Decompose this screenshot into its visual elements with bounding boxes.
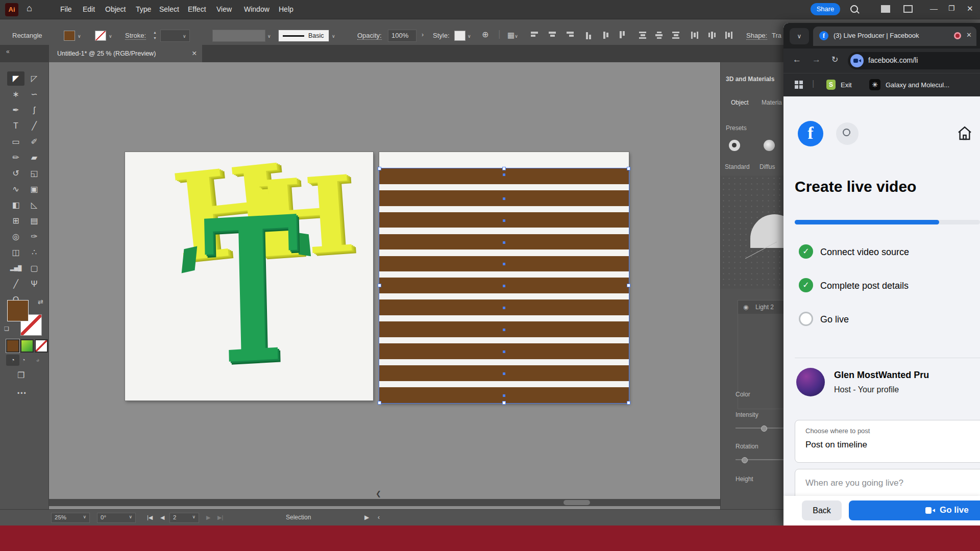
symbol-sprayer-tool[interactable]: ∴ (26, 245, 43, 260)
document-setup-icon[interactable]: ▦∨ (507, 31, 518, 40)
eyedropper-tool[interactable]: ✑ (26, 230, 43, 244)
apps-grid-icon[interactable] (795, 81, 803, 89)
opacity-more-icon[interactable]: › (422, 31, 424, 38)
color-mode-icon[interactable] (6, 339, 19, 353)
tab-search-chevron-icon[interactable]: ∨ (790, 28, 809, 44)
more-tools-icon[interactable]: ••• (17, 390, 27, 397)
distribute-vertical-icon[interactable] (639, 32, 647, 39)
preview-3d-area[interactable] (721, 176, 785, 289)
curvature-tool[interactable]: ʃ (26, 103, 43, 117)
panels-icon[interactable] (903, 5, 913, 13)
selection-handle-right-mid[interactable] (627, 284, 630, 287)
default-fill-stroke-icon[interactable]: ❏ (4, 325, 9, 332)
distribute-bottom-icon[interactable] (672, 32, 680, 39)
scale-tool[interactable]: ◱ (26, 166, 43, 181)
pencil-tool[interactable]: ✏ (7, 151, 24, 165)
anchor-point[interactable] (503, 285, 505, 287)
workspace-icon[interactable] (881, 5, 890, 13)
menu-help[interactable]: Help (279, 5, 293, 13)
menu-edit[interactable]: Edit (83, 5, 95, 13)
maximize-button[interactable]: ❐ (948, 4, 955, 12)
next-artboard-icon[interactable]: ▶ (206, 514, 210, 521)
selection-handle-bottom-right[interactable] (627, 401, 630, 405)
type-tool[interactable]: T (7, 119, 24, 133)
distribute-horizontal-right-icon[interactable] (725, 31, 732, 39)
width-tool[interactable]: ∿ (7, 182, 24, 196)
collapse-panel-icon[interactable]: « (6, 48, 10, 55)
forward-icon[interactable]: → (812, 55, 821, 65)
light-layer-row[interactable]: ◉ Light 2 (738, 300, 785, 314)
slice-tool[interactable]: ╱ (7, 277, 24, 291)
back-button[interactable]: Back (802, 500, 842, 520)
blend-tool[interactable]: ◎ (7, 230, 24, 244)
anchor-point[interactable] (503, 394, 505, 397)
opacity-field[interactable]: 100% (388, 30, 416, 42)
intensity-slider[interactable] (736, 428, 785, 429)
stroke-chevron-icon[interactable]: ∨ (109, 34, 112, 39)
anchor-point[interactable] (503, 307, 505, 309)
fill-color-swatch[interactable] (64, 31, 75, 41)
preset-diffuse-icon[interactable] (764, 140, 775, 151)
line-tool[interactable]: ╱ (26, 119, 43, 133)
last-artboard-icon[interactable]: ▶| (217, 514, 223, 521)
swap-fill-stroke-icon[interactable]: ⇄ (38, 298, 43, 306)
opacity-label[interactable]: Opacity: (357, 32, 382, 40)
direct-selection-tool[interactable]: ◸ (26, 71, 43, 86)
stroke-weight-chevron-icon[interactable]: ∨ (183, 34, 186, 39)
bookmark-exit[interactable]: Exit (841, 81, 852, 89)
address-bar[interactable]: facebook.com/li (848, 52, 980, 69)
align-middle-icon[interactable] (603, 31, 610, 39)
align-bottom-icon[interactable] (620, 31, 627, 39)
bookmark-galaxy[interactable]: Galaxy and Molecul... (886, 81, 977, 89)
selection-tool[interactable]: ◤ (7, 71, 24, 86)
distribute-horizontal-center-icon[interactable] (708, 31, 716, 39)
status-play-icon[interactable]: ▶ (364, 514, 369, 521)
lasso-tool[interactable]: ∽ (26, 87, 43, 102)
anchor-point[interactable] (503, 350, 505, 353)
style-chevron-icon[interactable]: ∨ (468, 34, 471, 39)
home-nav-icon[interactable] (957, 125, 973, 143)
paintbrush-tool[interactable]: ✐ (26, 135, 43, 149)
eraser-tool[interactable]: ▰ (26, 151, 43, 165)
first-artboard-icon[interactable]: |◀ (147, 514, 153, 521)
free-transform-tool[interactable]: ▣ (26, 182, 43, 196)
scroll-left-arrow-icon[interactable]: ❮ (376, 490, 381, 497)
stroke-stepper[interactable]: ▲▼ (153, 30, 157, 41)
minimize-button[interactable]: — (930, 4, 938, 13)
fill-proxy-swatch[interactable] (7, 300, 29, 321)
close-button[interactable]: ✕ (967, 4, 973, 13)
back-icon[interactable]: ← (793, 55, 801, 65)
anchor-point[interactable] (503, 241, 505, 244)
menu-file[interactable]: File (60, 5, 72, 13)
hand-tool[interactable]: Ψ (26, 277, 43, 291)
draw-normal-icon[interactable]: ◔ (6, 355, 19, 366)
green-serif-fragment-right[interactable] (297, 233, 311, 256)
magic-wand-tool[interactable]: ∗ (7, 87, 24, 102)
selection-handle-top-left[interactable] (378, 167, 381, 170)
document-tab[interactable]: Untitled-1* @ 25 % (RGB/Preview) ✕ (49, 45, 202, 62)
rotation-slider[interactable] (736, 459, 785, 460)
green-serif-fragment-left[interactable] (182, 246, 198, 273)
menu-object[interactable]: Object (105, 5, 126, 13)
stroke-label[interactable]: Stroke: (125, 32, 146, 40)
align-left-icon[interactable] (531, 32, 539, 39)
anchor-point[interactable] (503, 219, 505, 222)
menu-window[interactable]: Window (244, 5, 270, 13)
facebook-logo[interactable]: f (798, 121, 823, 146)
rectangle-tool[interactable]: ▭ (7, 135, 24, 149)
anchor-point[interactable] (503, 372, 505, 375)
document-globe-icon[interactable]: ⊕ (482, 30, 488, 39)
share-button[interactable]: Share (811, 3, 840, 15)
menu-effect[interactable]: Effect (188, 5, 206, 13)
gradient-mode-icon[interactable] (20, 339, 34, 353)
brush-chevron-icon[interactable]: ∨ (267, 34, 271, 39)
stroke-style-chevron-icon[interactable]: ∨ (332, 34, 335, 39)
stroke-style-field[interactable]: Basic (278, 30, 329, 42)
post-destination-card[interactable]: Choose where to post Post on timeline (795, 420, 980, 463)
selection-handle-bottom-mid[interactable] (502, 401, 506, 405)
align-right-icon[interactable] (566, 32, 574, 39)
shape-label[interactable]: Shape: (746, 32, 767, 40)
anchor-point[interactable] (503, 197, 505, 200)
artboard-number-select[interactable]: 2∨ (169, 513, 199, 523)
stroke-color-swatch[interactable] (95, 31, 106, 41)
